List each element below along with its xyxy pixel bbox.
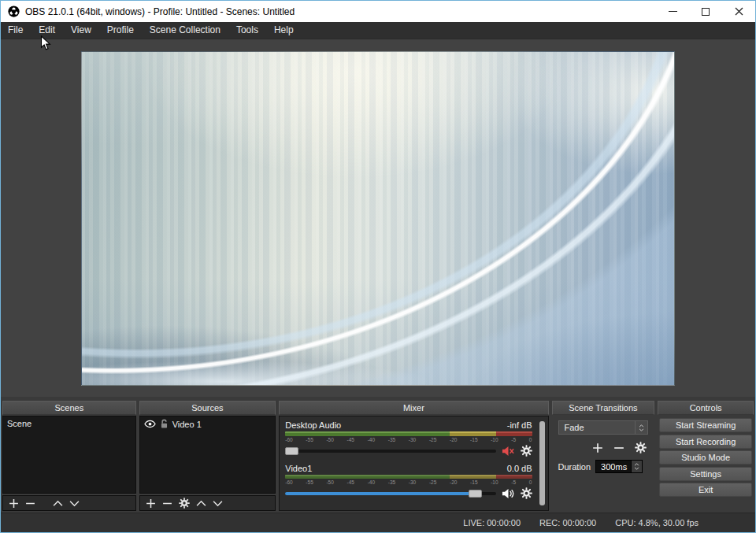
- sources-panel-header[interactable]: Sources: [139, 401, 276, 415]
- transition-properties-button[interactable]: [635, 442, 647, 453]
- volume-slider[interactable]: [285, 450, 495, 453]
- studio-mode-button[interactable]: Studio Mode: [659, 450, 752, 465]
- scene-move-down-button[interactable]: [69, 500, 80, 507]
- scene-move-up-button[interactable]: [53, 500, 63, 507]
- transitions-body: Fade D: [552, 415, 655, 511]
- cpu-fps: CPU: 4.8%, 30.00 fps: [615, 518, 699, 527]
- menu-view[interactable]: View: [63, 22, 99, 39]
- transition-selected-value: Fade: [565, 423, 584, 432]
- duration-spinner[interactable]: [631, 461, 642, 472]
- transitions-panel-header[interactable]: Scene Transitions: [552, 401, 655, 415]
- transition-select-spinner[interactable]: [635, 421, 647, 434]
- add-transition-button[interactable]: [592, 442, 603, 453]
- channel-name: Video1: [285, 464, 312, 475]
- duration-value: 300ms: [601, 462, 627, 472]
- scenes-panel-header[interactable]: Scenes: [2, 401, 136, 415]
- sources-panel: Sources Video 1: [139, 401, 276, 511]
- obs-window: OBS 21.0.1 (64bit, windows) - Profile: U…: [0, 0, 756, 533]
- menu-profile[interactable]: Profile: [99, 22, 142, 39]
- status-bar: LIVE: 00:00:00 REC: 00:00:00 CPU: 4.8%, …: [1, 513, 755, 532]
- gear-icon: [521, 445, 532, 457]
- minimize-button[interactable]: [656, 1, 689, 22]
- start-recording-button[interactable]: Start Recording: [659, 435, 752, 449]
- title-bar[interactable]: OBS 21.0.1 (64bit, windows) - Profile: U…: [1, 1, 755, 22]
- main-area: [1, 39, 755, 397]
- source-move-down-button[interactable]: [213, 500, 223, 507]
- obs-logo-icon: [8, 6, 20, 17]
- scenes-list: Scene: [2, 416, 136, 494]
- controls-panel-header[interactable]: Controls: [658, 401, 754, 415]
- volume-slider[interactable]: [285, 492, 495, 495]
- exit-button[interactable]: Exit: [659, 483, 752, 497]
- volume-slider-handle[interactable]: [285, 447, 298, 455]
- mute-button[interactable]: [502, 488, 515, 499]
- speaker-icon: [502, 488, 515, 499]
- minus-icon: [162, 498, 172, 509]
- chevron-up-icon: [639, 424, 644, 428]
- scene-list-item[interactable]: Scene: [3, 416, 135, 431]
- preview-waves: [82, 52, 674, 385]
- start-streaming-button[interactable]: Start Streaming: [659, 418, 752, 432]
- lock-icon[interactable]: [160, 419, 169, 429]
- scenes-panel: Scenes Scene: [2, 401, 136, 511]
- channel-settings-button[interactable]: [521, 487, 532, 499]
- meter-scale: -60-55-50-45-40-35-30-25-20-15-10-50: [285, 479, 532, 486]
- volume-meter: [285, 475, 532, 479]
- remove-transition-button[interactable]: [613, 442, 624, 453]
- duration-input[interactable]: 300ms: [595, 460, 643, 473]
- menu-tools[interactable]: Tools: [228, 22, 266, 39]
- add-scene-button[interactable]: [9, 498, 19, 509]
- mixer-scrollbar[interactable]: [539, 421, 545, 505]
- channel-level: -inf dB: [507, 420, 532, 431]
- remove-scene-button[interactable]: [25, 498, 35, 509]
- mixer-body: Desktop Audio -inf dB -60-55-50-45-40-35…: [279, 416, 548, 511]
- duration-label: Duration: [558, 462, 591, 472]
- chevron-up-icon: [196, 500, 206, 507]
- menu-help[interactable]: Help: [266, 22, 302, 39]
- window-title: OBS 21.0.1 (64bit, windows) - Profile: U…: [25, 6, 295, 17]
- chevron-up-icon: [634, 463, 639, 466]
- menu-bar: File Edit View Profile Scene Collection …: [1, 22, 755, 39]
- remove-source-button[interactable]: [162, 498, 172, 509]
- source-list-item[interactable]: Video 1: [140, 416, 276, 431]
- video-preview-canvas: [81, 51, 675, 386]
- mixer-panel: Mixer Desktop Audio -inf dB -60-55-50-45…: [279, 401, 548, 511]
- dock-area: Scenes Scene Sources Video 1: [1, 397, 755, 513]
- mixer-channel-desktop-audio: Desktop Audio -inf dB -60-55-50-45-40-35…: [285, 420, 532, 458]
- transition-select[interactable]: Fade: [558, 420, 649, 435]
- maximize-button[interactable]: [689, 1, 722, 22]
- chevron-down-icon: [634, 467, 639, 470]
- volume-slider-handle[interactable]: [469, 490, 482, 498]
- window-controls: [656, 1, 755, 22]
- minus-icon: [613, 442, 624, 453]
- minus-icon: [25, 498, 35, 509]
- maximize-icon: [702, 8, 710, 16]
- plus-icon: [592, 442, 603, 453]
- channel-settings-button[interactable]: [521, 445, 532, 457]
- add-source-button[interactable]: [146, 498, 156, 509]
- visibility-eye-icon[interactable]: [144, 420, 156, 428]
- close-button[interactable]: [722, 1, 755, 22]
- scene-transitions-panel: Scene Transitions Fade: [552, 401, 655, 511]
- plus-icon: [9, 498, 19, 509]
- close-icon: [735, 7, 743, 16]
- plus-icon: [146, 498, 156, 509]
- source-properties-button[interactable]: [179, 498, 190, 509]
- mixer-panel-header[interactable]: Mixer: [279, 401, 548, 415]
- channel-name: Desktop Audio: [285, 420, 341, 431]
- mixer-channel-video1: Video1 0.0 dB -60-55-50-45-40-35-30-25-2…: [285, 464, 532, 501]
- mute-button[interactable]: [502, 446, 515, 457]
- menu-scene-collection[interactable]: Scene Collection: [142, 22, 228, 39]
- menu-edit[interactable]: Edit: [31, 22, 63, 39]
- chevron-down-icon: [213, 500, 223, 507]
- gear-icon: [521, 487, 532, 499]
- settings-button[interactable]: Settings: [659, 467, 752, 481]
- menu-file[interactable]: File: [2, 22, 31, 39]
- sources-list: Video 1: [139, 416, 276, 494]
- gear-icon: [635, 442, 647, 453]
- minimize-icon: [669, 11, 677, 12]
- chevron-up-icon: [53, 500, 63, 507]
- scene-name: Scene: [7, 419, 32, 428]
- gear-icon: [179, 498, 190, 509]
- source-move-up-button[interactable]: [196, 500, 206, 507]
